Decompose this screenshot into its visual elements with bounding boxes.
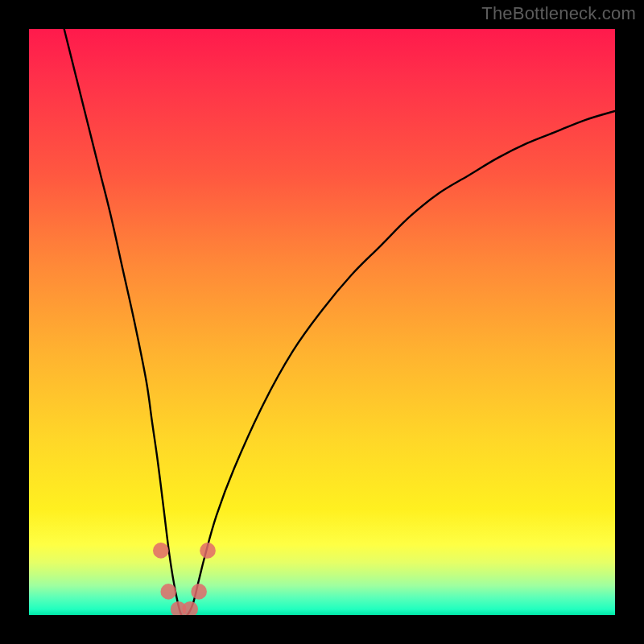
marker-dot	[200, 543, 216, 559]
marker-dot	[182, 601, 198, 615]
curve-markers	[153, 543, 216, 615]
marker-dot	[160, 584, 176, 600]
watermark-text: TheBottleneck.com	[481, 3, 636, 24]
chart-svg	[29, 29, 615, 615]
plot-area	[29, 29, 615, 615]
marker-dot	[153, 543, 169, 559]
marker-dot	[191, 584, 207, 600]
bottleneck-curve	[64, 29, 615, 615]
chart-frame: TheBottleneck.com	[0, 0, 644, 644]
